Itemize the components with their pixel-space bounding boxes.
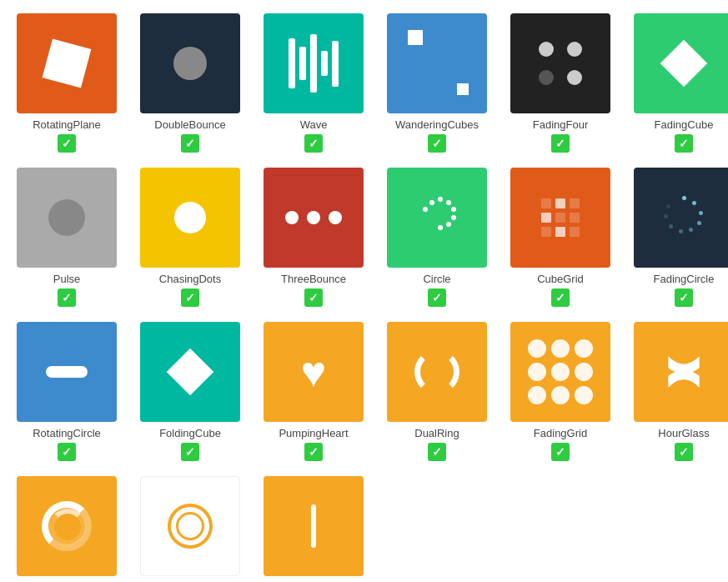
icon-box-rotating-plane[interactable] <box>17 13 117 113</box>
check-badge: ✓ <box>551 134 570 153</box>
fading-circle-dot <box>664 214 668 218</box>
icon-box-fading-four[interactable] <box>510 13 610 113</box>
circle-dot <box>438 225 443 230</box>
grid-cell <box>541 227 551 237</box>
spinner-label: FadingCube <box>655 118 714 131</box>
list-item: RotatingCircle ✓ <box>8 317 125 464</box>
fading-dot <box>567 70 582 85</box>
icon-box-fading-circle[interactable] <box>634 168 728 268</box>
icon-box-wandering-cubes[interactable] <box>387 13 487 113</box>
icon-box-pumping-heart[interactable]: ♥ <box>264 322 364 422</box>
wave-bar <box>332 41 339 87</box>
check-badge: ✓ <box>551 288 570 307</box>
list-item: ♥ PumpingHeart ✓ <box>255 317 372 464</box>
spinner-label: DoubleBounce <box>154 118 225 131</box>
grid-cell <box>541 213 551 223</box>
cube-shape-2 <box>457 83 469 95</box>
list-item: DualRing ✓ <box>379 317 495 464</box>
spinner-label: ChasingDots <box>159 273 221 285</box>
icon-box-fading-cube[interactable] <box>634 13 728 113</box>
list-item: FadingFour ✓ <box>502 8 619 156</box>
fading-circle-dot <box>666 204 670 208</box>
bounce-dot <box>329 211 342 224</box>
grid-cell <box>551 339 570 358</box>
fading-four-dots <box>539 42 582 85</box>
list-item: Pulse ✓ <box>8 163 125 310</box>
three-bounce-dots <box>285 211 342 224</box>
icon-box-ripple[interactable] <box>140 476 240 576</box>
spinner-label: PumpingHeart <box>279 427 348 439</box>
hourglass-shape <box>660 349 707 395</box>
circle-dot <box>451 207 456 212</box>
ring-shape <box>42 501 92 551</box>
icon-box-pulse[interactable] <box>17 168 117 268</box>
list-item: FadingCube ✓ <box>625 8 728 156</box>
icon-box-wave[interactable] <box>264 13 364 113</box>
spinner-label: RotatingPlane <box>33 118 101 131</box>
icon-box-spinning-circle[interactable] <box>264 476 364 576</box>
grid-cell <box>551 363 570 381</box>
heart-shape: ♥ <box>301 350 327 394</box>
list-item: HourGlass ✓ <box>625 317 728 464</box>
spinner-label: FoldingCube <box>159 427 221 439</box>
wave-bar <box>321 51 328 76</box>
rotating-circle-shape <box>46 366 88 378</box>
fading-circle-dot <box>697 221 701 225</box>
icon-box-chasing-dots[interactable] <box>140 168 240 268</box>
check-badge: ✓ <box>304 288 323 307</box>
icon-box-circle[interactable] <box>387 168 487 268</box>
grid-cell <box>575 386 593 404</box>
list-item: Ring ✓ <box>8 471 125 582</box>
list-item: ChasingDots ✓ <box>132 163 249 310</box>
fading-dot <box>539 70 554 85</box>
icon-box-ring[interactable] <box>17 476 117 576</box>
check-badge: ✓ <box>551 443 570 461</box>
icon-box-folding-cube[interactable] <box>140 322 240 422</box>
spinner-label: Wave <box>300 118 328 131</box>
spinner-label: ThreeBounce <box>281 273 346 285</box>
grid-cell <box>570 227 580 237</box>
check-badge: ✓ <box>304 134 323 153</box>
circle-dot <box>446 222 451 227</box>
fading-cube-shape <box>660 40 708 88</box>
fading-circle-dot <box>669 224 673 228</box>
grid-cell <box>555 213 565 223</box>
ring-inner <box>49 509 86 545</box>
icon-box-rotating-circle[interactable] <box>17 322 117 422</box>
icon-box-hourglass[interactable] <box>634 322 728 422</box>
list-item: FadingGrid ✓ <box>502 317 619 464</box>
spinner-grid: RotatingPlane ✓ DoubleBounce ✓ Wave ✓ <box>8 8 720 582</box>
check-badge: ✓ <box>181 288 199 307</box>
list-item: Circle ✓ <box>379 163 495 310</box>
fading-circle-dot <box>692 201 696 205</box>
check-badge: ✓ <box>675 134 693 153</box>
check-badge: ✓ <box>181 134 199 153</box>
icon-box-cube-grid[interactable] <box>510 168 610 268</box>
icon-box-fading-grid[interactable] <box>510 322 610 422</box>
grid-cell <box>570 198 580 208</box>
check-badge: ✓ <box>58 443 76 461</box>
hourglass-svg <box>660 349 707 395</box>
double-bounce-shape <box>173 47 207 80</box>
grid-cell <box>575 339 593 358</box>
fading-dot <box>539 42 554 57</box>
check-badge: ✓ <box>181 443 199 461</box>
list-item: WanderingCubes ✓ <box>379 8 495 156</box>
check-badge: ✓ <box>304 443 323 461</box>
grid-cell <box>570 213 580 223</box>
spinner-label: Circle <box>423 273 450 285</box>
spinner-label: DualRing <box>414 427 459 439</box>
fading-circle-dot <box>689 228 693 232</box>
icon-box-dual-ring[interactable] <box>387 322 487 422</box>
cube-shape-1 <box>408 30 423 45</box>
check-badge: ✓ <box>428 134 446 153</box>
grid-cell <box>528 363 546 381</box>
icon-box-three-bounce[interactable] <box>264 168 364 268</box>
icon-box-double-bounce[interactable] <box>140 13 240 113</box>
list-item: Wave ✓ <box>255 8 372 156</box>
grid-cell <box>541 198 551 208</box>
fading-circle-dot <box>679 229 683 233</box>
wave-bar <box>289 38 295 88</box>
circle-dot <box>451 215 456 220</box>
bounce-dot <box>307 211 320 224</box>
